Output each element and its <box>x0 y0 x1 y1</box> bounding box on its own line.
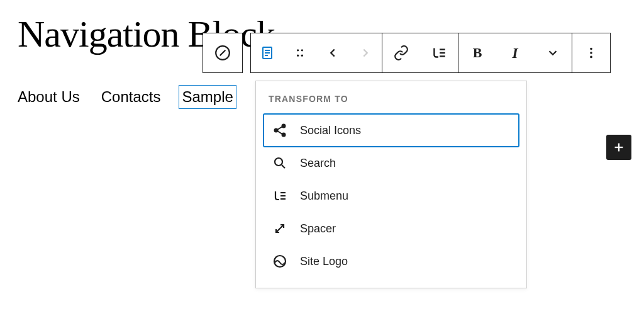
svg-point-13 <box>590 48 592 50</box>
svg-line-1 <box>220 50 226 56</box>
link-icon <box>393 45 409 61</box>
submenu-button[interactable] <box>420 33 458 72</box>
navigation-block-icon-button[interactable] <box>203 33 243 73</box>
transform-option-search[interactable]: Search <box>264 147 519 179</box>
transform-option-social-icons[interactable]: Social Icons <box>264 114 519 147</box>
share-icon <box>272 123 287 138</box>
site-logo-icon <box>272 254 287 269</box>
italic-button[interactable]: I <box>496 33 534 72</box>
search-icon <box>272 156 287 171</box>
svg-line-19 <box>277 127 282 130</box>
transform-popover: TRANSFORM TO Social Icons Search <box>255 81 527 288</box>
transform-option-label: Site Logo <box>300 255 348 268</box>
transform-option-spacer[interactable]: Spacer <box>264 212 519 245</box>
svg-point-8 <box>297 55 299 57</box>
bold-button[interactable]: B <box>458 33 496 72</box>
link-button[interactable] <box>382 33 420 72</box>
bold-icon: B <box>473 45 482 61</box>
drag-handle[interactable] <box>284 33 316 72</box>
move-left-button[interactable] <box>316 33 349 72</box>
nav-item-about-us[interactable]: About Us <box>18 88 80 106</box>
svg-line-22 <box>282 165 285 168</box>
svg-point-21 <box>275 158 282 166</box>
more-formatting-button[interactable] <box>534 33 572 72</box>
submenu-icon <box>431 45 447 61</box>
move-right-button[interactable] <box>349 33 382 72</box>
transform-option-site-logo[interactable]: Site Logo <box>264 245 519 278</box>
options-button[interactable] <box>572 33 610 72</box>
compass-icon <box>214 45 231 61</box>
submenu-icon <box>272 188 287 203</box>
spacer-icon <box>272 221 287 236</box>
transform-option-label: Spacer <box>300 222 336 235</box>
nav-item-contacts[interactable]: Contacts <box>101 88 161 106</box>
transform-heading: TRANSFORM TO <box>269 94 519 104</box>
svg-line-20 <box>277 131 282 134</box>
navigation-menu: About Us Contacts Sample <box>18 88 233 106</box>
block-toolbar: B I <box>250 33 611 73</box>
more-vertical-icon <box>584 46 598 60</box>
transform-option-label: Social Icons <box>300 124 361 137</box>
svg-line-26 <box>276 225 284 232</box>
chevron-down-icon <box>546 46 560 60</box>
transform-button[interactable] <box>251 33 284 72</box>
drag-icon <box>294 47 306 59</box>
plus-icon <box>612 140 626 154</box>
document-icon <box>260 45 275 60</box>
svg-point-15 <box>590 56 592 59</box>
svg-point-7 <box>301 49 303 51</box>
svg-point-6 <box>297 49 299 51</box>
chevron-right-icon <box>358 46 372 60</box>
transform-option-label: Submenu <box>300 190 348 203</box>
svg-point-14 <box>590 52 592 54</box>
chevron-left-icon <box>326 46 340 60</box>
transform-option-submenu[interactable]: Submenu <box>264 179 519 212</box>
svg-point-9 <box>301 55 303 57</box>
transform-option-label: Search <box>300 157 336 170</box>
nav-item-sample[interactable]: Sample <box>182 88 233 106</box>
italic-icon: I <box>512 45 518 62</box>
add-block-button[interactable] <box>606 135 631 160</box>
